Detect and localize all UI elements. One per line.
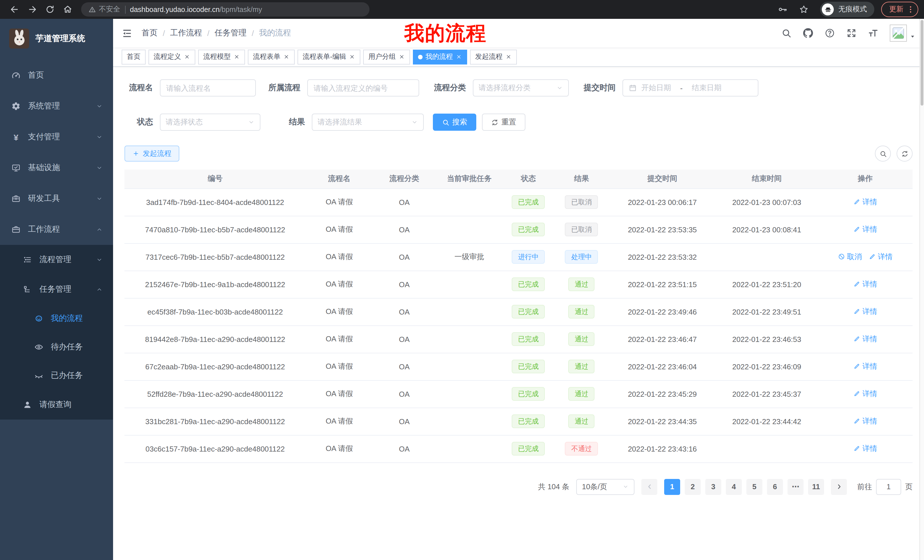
cell-actions: 详情 <box>818 189 913 216</box>
sidebar-item-workflow[interactable]: 工作流程 <box>0 214 113 245</box>
sidebar-fold-icon[interactable] <box>122 28 132 39</box>
cancel-action-link[interactable]: 取消 <box>838 252 862 262</box>
close-tab-icon[interactable] <box>456 54 462 60</box>
detail-action-link[interactable]: 详情 <box>853 443 877 454</box>
filter-process-input[interactable] <box>307 79 419 96</box>
detail-action-link[interactable]: 详情 <box>853 225 877 235</box>
detail-action-link[interactable]: 详情 <box>853 197 877 207</box>
page-button-11[interactable]: 11 <box>808 479 824 495</box>
cell-process-name: OA 请假 <box>306 243 373 271</box>
sidebar-item-done-task[interactable]: 已办任务 <box>0 361 113 390</box>
page-button-1[interactable]: 1 <box>664 479 680 495</box>
search-button-label: 搜索 <box>452 117 467 127</box>
toggle-search-button[interactable] <box>875 145 891 162</box>
password-key-icon[interactable] <box>778 4 788 14</box>
sidebar-item-home[interactable]: 首页 <box>0 60 113 91</box>
table-column-header: 结果 <box>554 169 609 189</box>
create-process-button[interactable]: 发起流程 <box>124 145 179 162</box>
user-menu[interactable] <box>890 24 915 42</box>
sidebar-item-todo-task[interactable]: 待办任务 <box>0 333 113 361</box>
breadcrumb-item[interactable]: 工作流程 <box>170 28 202 38</box>
detail-action-link[interactable]: 详情 <box>868 252 892 262</box>
browser-forward-icon[interactable] <box>27 4 37 14</box>
filter-category-select[interactable]: 请选择流程分类 <box>473 79 569 96</box>
detail-action-link[interactable]: 详情 <box>853 361 877 371</box>
text-size-icon[interactable] <box>868 28 878 38</box>
date-range-picker[interactable]: 开始日期 - 结束日期 <box>622 79 758 96</box>
scrollbar-thumb[interactable] <box>921 20 923 106</box>
window-scrollbar[interactable] <box>920 19 924 560</box>
sidebar-item-task-mgmt[interactable]: 任务管理 <box>0 275 113 304</box>
security-status[interactable]: 不安全 <box>88 4 120 14</box>
browser-reload-icon[interactable] <box>45 4 55 14</box>
search-button[interactable]: 搜索 <box>433 114 476 131</box>
tab-流程表单[interactable]: 流程表单 <box>248 49 295 64</box>
page-button-5[interactable]: 5 <box>746 479 762 495</box>
refresh-table-button[interactable] <box>897 145 913 162</box>
close-tab-icon[interactable] <box>184 54 190 60</box>
detail-action-link[interactable]: 详情 <box>853 389 877 399</box>
sidebar-item-infra[interactable]: 基础设施 <box>0 153 113 183</box>
filter-result-select[interactable]: 请选择流结果 <box>312 114 424 131</box>
github-icon[interactable] <box>803 28 813 38</box>
close-tab-icon[interactable] <box>349 54 355 60</box>
tab-发起流程[interactable]: 发起流程 <box>470 49 517 64</box>
next-page-button[interactable] <box>831 479 847 495</box>
page-button-3[interactable]: 3 <box>705 479 721 495</box>
browser-menu-icon[interactable] <box>906 5 915 14</box>
sidebar-item-payment[interactable]: ¥支付管理 <box>0 121 113 153</box>
tab-首页[interactable]: 首页 <box>122 49 146 64</box>
cell-category: OA <box>373 216 436 243</box>
page-more-button[interactable]: ⋯ <box>788 479 804 495</box>
avatar[interactable] <box>890 24 907 42</box>
bookmark-star-icon[interactable] <box>799 4 808 14</box>
detail-action-link[interactable]: 详情 <box>853 279 877 289</box>
prev-page-button[interactable] <box>641 479 657 495</box>
sidebar-item-system[interactable]: 系统管理 <box>0 91 113 121</box>
update-label: 更新 <box>889 4 903 14</box>
tab-流程模型[interactable]: 流程模型 <box>198 49 245 64</box>
page-button-2[interactable]: 2 <box>685 479 701 495</box>
close-tab-icon[interactable] <box>506 54 512 60</box>
page-button-4[interactable]: 4 <box>726 479 742 495</box>
page-size-select[interactable]: 10条/页 <box>576 479 634 495</box>
browser-back-icon[interactable] <box>10 4 20 14</box>
detail-action-link[interactable]: 详情 <box>853 307 877 317</box>
sidebar-item-devtools[interactable]: 研发工具 <box>0 183 113 214</box>
page-button-6[interactable]: 6 <box>767 479 783 495</box>
sidebar-item-process-mgmt[interactable]: 流程管理 <box>0 245 113 275</box>
tab-流程表单-编辑[interactable]: 流程表单-编辑 <box>297 49 360 64</box>
detail-action-link[interactable]: 详情 <box>853 334 877 344</box>
reset-button[interactable]: 重置 <box>482 114 525 131</box>
breadcrumb-item[interactable]: 任务管理 <box>215 28 247 38</box>
logo-row[interactable]: 芋道管理系统 <box>0 19 113 60</box>
cell-category: OA <box>373 435 436 463</box>
tab-用户分组[interactable]: 用户分组 <box>363 49 410 64</box>
close-tab-icon[interactable] <box>234 54 240 60</box>
cell-process-id: 7317cec6-7b9b-11ec-b5b7-acde48001122 <box>124 243 306 271</box>
breadcrumb-item[interactable]: 首页 <box>142 28 158 38</box>
sidebar-item-leave-query[interactable]: 请假查询 <box>0 390 113 419</box>
header-search-icon[interactable] <box>781 28 792 38</box>
jump-prefix: 前往 <box>857 482 872 492</box>
detail-action-link[interactable]: 详情 <box>853 416 877 427</box>
sidebar-item-my-process[interactable]: 我的流程 <box>0 304 113 333</box>
address-bar[interactable]: 不安全 dashboard.yudao.iocoder.cn/bpm/task/… <box>81 2 369 16</box>
monitor-icon <box>11 163 21 172</box>
browser-home-icon[interactable] <box>63 4 72 14</box>
help-icon[interactable] <box>825 28 835 38</box>
jump-page-input[interactable] <box>876 479 901 495</box>
page-size-label: 10条/页 <box>582 482 607 492</box>
filter-name-input[interactable] <box>160 79 256 96</box>
tab-label: 发起流程 <box>475 52 502 61</box>
filter-status-select[interactable]: 请选择状态 <box>160 114 260 131</box>
filter-status: 状态 请选择状态 <box>124 114 260 131</box>
fullscreen-icon[interactable] <box>846 28 856 38</box>
close-tab-icon[interactable] <box>399 54 405 60</box>
tab-我的流程[interactable]: 我的流程 <box>413 49 467 64</box>
browser-update-button[interactable]: 更新 <box>881 2 918 17</box>
cell-current-task[interactable]: 一级审批 <box>436 243 503 271</box>
close-tab-icon[interactable] <box>283 54 290 60</box>
cell-process-id: 52ffd28e-7b9a-11ec-a290-acde48001122 <box>124 380 306 407</box>
tab-流程定义[interactable]: 流程定义 <box>148 49 195 64</box>
